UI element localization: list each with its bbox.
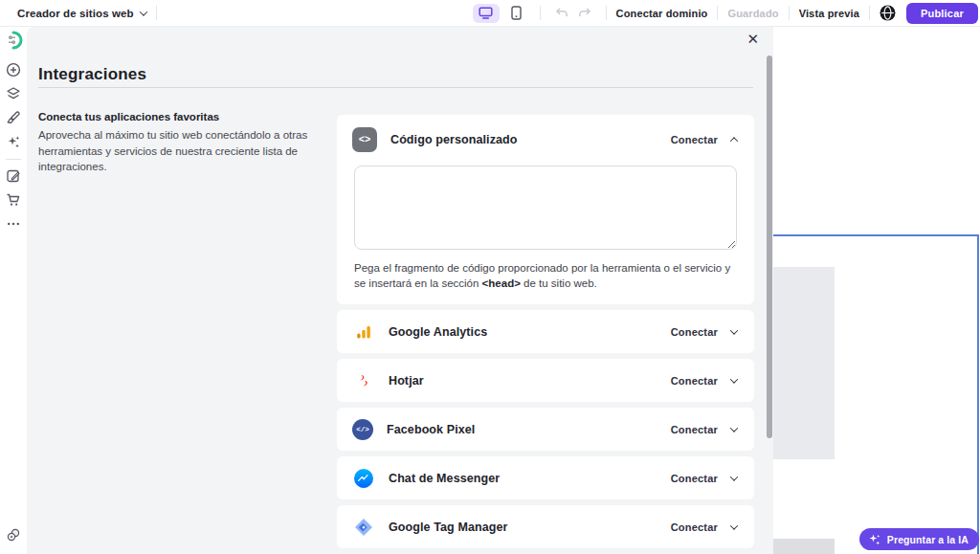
site-canvas[interactable] bbox=[773, 27, 980, 554]
globe-icon bbox=[880, 5, 896, 21]
integration-row-messenger[interactable]: Chat de Messenger Conectar bbox=[337, 456, 754, 499]
integration-name: Código personalizado bbox=[390, 133, 518, 146]
more-dots-icon bbox=[6, 216, 21, 232]
chevron-down-icon bbox=[730, 473, 738, 480]
sidebar-item-more[interactable] bbox=[6, 216, 21, 232]
undo-icon bbox=[555, 7, 568, 19]
desktop-icon bbox=[479, 7, 493, 19]
chevron-down-icon bbox=[730, 326, 738, 334]
google-analytics-icon bbox=[352, 321, 375, 343]
shopping-cart-icon bbox=[6, 192, 21, 208]
intro-text: Conecta tus aplicaciones favoritas Aprov… bbox=[38, 111, 337, 175]
paintbrush-icon bbox=[6, 110, 21, 125]
redo-button[interactable] bbox=[576, 5, 593, 22]
undo-button[interactable] bbox=[553, 5, 570, 22]
topbar: Creador de sitios web bbox=[0, 0, 980, 27]
connect-toggle[interactable]: Conectar bbox=[671, 375, 737, 387]
connect-label[interactable]: Conectar bbox=[671, 473, 718, 484]
divider bbox=[606, 6, 607, 20]
connect-domain-button[interactable]: Conectar dominio bbox=[616, 8, 708, 19]
sidebar-item-design[interactable] bbox=[6, 110, 21, 125]
divider bbox=[789, 6, 790, 20]
connect-toggle[interactable]: Conectar bbox=[671, 134, 737, 145]
integration-card-custom-code: <> Código personalizado Conectar Pega el… bbox=[337, 115, 754, 304]
integration-name: Facebook Pixel bbox=[387, 423, 475, 436]
facebook-pixel-icon: </> bbox=[352, 419, 373, 440]
intro-heading: Conecta tus aplicaciones favoritas bbox=[38, 111, 337, 122]
sidebar-item-ai[interactable] bbox=[6, 134, 21, 149]
integration-row-hotjar[interactable]: Hotjar Conectar bbox=[337, 359, 754, 402]
language-globe-button[interactable] bbox=[880, 5, 897, 22]
redo-icon bbox=[578, 7, 591, 19]
divider bbox=[540, 6, 541, 20]
title-divider bbox=[38, 87, 753, 88]
sidebar-item-blog[interactable] bbox=[6, 168, 21, 184]
chevron-down-icon bbox=[730, 521, 738, 529]
preview-button[interactable]: Vista previa bbox=[799, 8, 859, 19]
ask-ai-button[interactable]: Preguntar a la IA bbox=[859, 528, 979, 550]
saved-status: Guardado bbox=[727, 8, 778, 19]
divider bbox=[156, 6, 157, 20]
integration-name: Chat de Messenger bbox=[389, 472, 500, 485]
head-tag-text: <head> bbox=[482, 277, 521, 289]
integration-row-facebook-pixel[interactable]: </> Facebook Pixel Conectar bbox=[337, 408, 754, 451]
sparkles-icon bbox=[868, 533, 881, 546]
connect-toggle[interactable]: Conectar bbox=[671, 521, 737, 533]
topbar-controls: Conectar dominio Guardado Vista previa P… bbox=[473, 3, 980, 24]
publish-button[interactable]: Publicar bbox=[906, 3, 978, 24]
sidebar-item-add[interactable] bbox=[6, 62, 21, 78]
connect-label[interactable]: Conectar bbox=[671, 375, 718, 387]
chevron-down-icon bbox=[730, 375, 738, 383]
builder-logo[interactable] bbox=[4, 31, 23, 54]
help-text: de tu sitio web. bbox=[521, 277, 597, 289]
builder-logo-icon bbox=[4, 31, 23, 50]
connect-toggle[interactable]: Conectar bbox=[671, 326, 737, 338]
sidebar-item-store[interactable] bbox=[6, 192, 21, 208]
layers-icon bbox=[6, 86, 21, 101]
hotjar-icon bbox=[352, 369, 375, 392]
desktop-view-button[interactable] bbox=[473, 4, 500, 23]
connect-label[interactable]: Conectar bbox=[671, 134, 718, 145]
custom-code-header[interactable]: <> Código personalizado Conectar bbox=[337, 115, 754, 165]
sidebar-item-pages[interactable] bbox=[6, 86, 21, 101]
add-circle-icon bbox=[6, 62, 21, 78]
integration-row-google-tag-manager[interactable]: Google Tag Manager Conectar bbox=[337, 505, 754, 548]
custom-code-icon: <> bbox=[352, 127, 377, 152]
ask-ai-label: Preguntar a la IA bbox=[887, 534, 969, 545]
messenger-icon bbox=[352, 467, 375, 490]
cookies-icon bbox=[6, 527, 21, 543]
divider bbox=[869, 6, 870, 20]
panel-scrollbar[interactable] bbox=[767, 55, 772, 438]
chevron-down-icon bbox=[139, 8, 146, 15]
close-icon[interactable]: ✕ bbox=[746, 32, 759, 46]
mobile-view-button[interactable] bbox=[503, 4, 530, 23]
sparkles-icon bbox=[6, 134, 21, 149]
connect-toggle[interactable]: Conectar bbox=[671, 473, 737, 484]
chevron-down-icon bbox=[730, 424, 738, 432]
divider bbox=[717, 6, 718, 20]
builder-sidebar bbox=[0, 27, 27, 554]
google-tag-manager-icon bbox=[352, 516, 375, 539]
integration-row-google-analytics[interactable]: Google Analytics Conectar bbox=[337, 310, 754, 353]
app-title: Creador de sitios web bbox=[17, 8, 134, 19]
integration-name: Google Tag Manager bbox=[389, 521, 508, 534]
canvas-placeholder-block bbox=[773, 539, 835, 554]
panel-title: Integraciones bbox=[38, 65, 146, 84]
integration-name: Google Analytics bbox=[389, 325, 487, 339]
connect-label[interactable]: Conectar bbox=[671, 326, 718, 338]
cookie-settings-button[interactable] bbox=[6, 527, 21, 546]
connect-label[interactable]: Conectar bbox=[671, 424, 718, 435]
sidebar-divider bbox=[6, 159, 21, 160]
chevron-up-icon bbox=[730, 137, 738, 144]
custom-code-input[interactable] bbox=[354, 166, 737, 250]
connect-toggle[interactable]: Conectar bbox=[671, 424, 737, 435]
app-switcher[interactable]: Creador de sitios web bbox=[17, 8, 146, 19]
integration-name: Hotjar bbox=[389, 374, 424, 388]
integrations-list: <> Código personalizado Conectar Pega el… bbox=[337, 115, 754, 548]
connect-label[interactable]: Conectar bbox=[671, 521, 718, 533]
canvas-placeholder-block bbox=[773, 267, 835, 459]
mobile-icon bbox=[511, 6, 522, 20]
intro-body: Aprovecha al máximo tu sitio web conectá… bbox=[38, 127, 337, 175]
blog-edit-icon bbox=[6, 168, 21, 184]
custom-code-help: Pega el fragmento de código proporcionad… bbox=[354, 260, 737, 291]
